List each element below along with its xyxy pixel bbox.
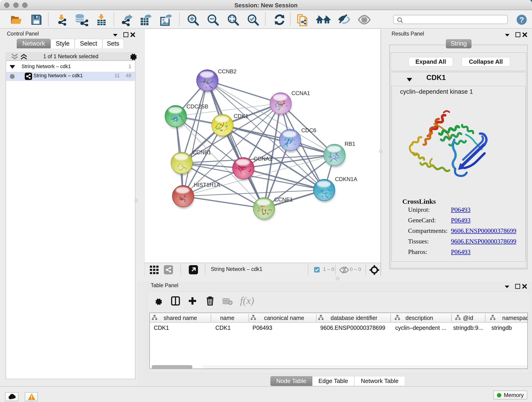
svg-text:RB1: RB1 (345, 141, 355, 147)
svg-text:@id: @id (463, 315, 473, 321)
svg-text:name: name (220, 315, 234, 321)
svg-text:database identifier: database identifier (331, 315, 377, 321)
svg-text:CDKN1A: CDKN1A (335, 176, 357, 182)
svg-text:CCNA1: CCNA1 (291, 90, 310, 96)
svg-text:CCNA2: CCNA2 (254, 156, 272, 162)
svg-text:CDK1: CDK1 (234, 113, 248, 119)
svg-text:CDC25B: CDC25B (186, 103, 208, 109)
svg-text:canonical name: canonical name (264, 315, 304, 321)
svg-text:CCNB2: CCNB2 (218, 68, 236, 75)
svg-text:shared name: shared name (164, 315, 197, 321)
svg-text:CDC6: CDC6 (301, 127, 316, 133)
svg-text:description: description (405, 315, 433, 321)
svg-text:namespace: namespace (502, 315, 527, 321)
svg-text:CCNE1: CCNE1 (274, 196, 293, 203)
svg-text:CCNB1: CCNB1 (192, 149, 211, 155)
svg-text:HIST1H1A: HIST1H1A (194, 182, 220, 188)
svg-text:?: ? (519, 15, 524, 24)
